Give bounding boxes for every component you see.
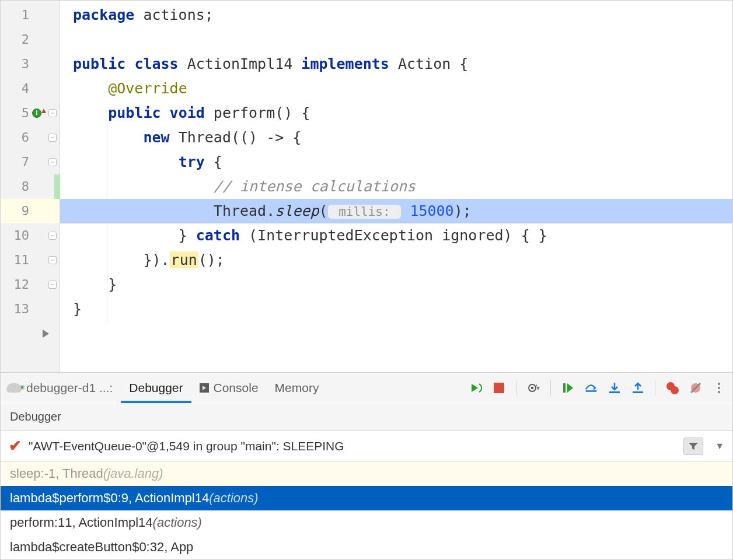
gutter-line: 2: [1, 27, 60, 52]
fold-handle-icon[interactable]: [48, 109, 57, 117]
gutter-line: 10: [1, 223, 60, 248]
step-into-icon[interactable]: [608, 382, 621, 394]
line-number: 9: [22, 199, 29, 223]
code-line[interactable]: public class ActionImpl14 implements Act…: [60, 52, 732, 76]
code-line[interactable]: [60, 27, 732, 52]
fold-handle-icon[interactable]: [48, 134, 57, 142]
fold-handle-icon[interactable]: [48, 281, 57, 289]
debug-panel: debugger-d1 ...: Debugger Console Memory: [1, 372, 732, 559]
gutter-line: 9: [1, 199, 60, 223]
gutter-line: 12: [1, 272, 60, 297]
override-gutter-icon[interactable]: I: [32, 108, 41, 118]
execution-line[interactable]: Thread.sleep( millis: 15000);: [60, 199, 732, 223]
mute-breakpoints-icon[interactable]: [689, 382, 702, 394]
tab-memory[interactable]: Memory: [267, 373, 327, 403]
gutter-line: [1, 321, 60, 346]
show-execution-point-icon[interactable]: ▾: [527, 382, 540, 394]
play-gutter-icon[interactable]: [43, 330, 49, 338]
gutter-line: 6: [1, 125, 60, 150]
svg-rect-6: [633, 391, 643, 393]
svg-rect-5: [609, 391, 620, 393]
tab-console[interactable]: Console: [191, 373, 267, 403]
code-line[interactable]: @Override: [60, 76, 732, 101]
thread-status-text: "AWT-EventQueue-0"@1,549 in group "main"…: [29, 439, 344, 453]
fold-handle-icon[interactable]: [48, 158, 57, 166]
line-number: 12: [14, 272, 30, 297]
tab-debugger[interactable]: Debugger: [121, 373, 191, 403]
line-number: 2: [22, 27, 29, 52]
line-number: 5: [22, 101, 29, 125]
debug-action-toolbar: ▾: [469, 380, 725, 396]
gutter-line[interactable]: 5 I: [1, 101, 60, 125]
view-breakpoints-icon[interactable]: [666, 382, 679, 394]
resume-icon[interactable]: [561, 382, 574, 394]
code-line[interactable]: try {: [60, 150, 732, 174]
line-number: 10: [14, 223, 30, 248]
gutter-line: 4: [1, 76, 60, 101]
filter-icon[interactable]: [683, 438, 703, 455]
line-number: 13: [14, 297, 30, 321]
debug-toolbar: debugger-d1 ...: Debugger Console Memory: [1, 373, 732, 403]
step-out-icon[interactable]: [631, 382, 644, 394]
stack-frame[interactable]: sleep:-1, Thread (java.lang): [1, 461, 732, 486]
line-number: 11: [14, 248, 30, 272]
ide-window: 1 2 3 4 5 I: [0, 0, 733, 560]
code-line[interactable]: } catch (InterruptedException ignored) {…: [60, 223, 732, 248]
code-line[interactable]: package actions;: [60, 3, 732, 27]
code-area[interactable]: package actions; public class ActionImpl…: [60, 1, 732, 372]
code-line[interactable]: // intense calculations: [60, 174, 732, 199]
fold-handle-icon[interactable]: [48, 232, 57, 240]
parameter-hint: millis:: [328, 205, 402, 219]
console-icon: [200, 383, 209, 393]
stack-frame[interactable]: perform:11, ActionImpl14 (actions): [1, 510, 732, 535]
gutter-line: 11: [1, 248, 60, 272]
warning-highlight: run: [170, 251, 198, 268]
gutter-line: 13: [1, 297, 60, 321]
line-number: 4: [22, 76, 29, 101]
step-over-icon[interactable]: [585, 382, 598, 394]
stop-icon[interactable]: [493, 382, 505, 394]
gutter-line: 1: [1, 3, 60, 27]
stack-frame[interactable]: lambda$perform$0:9, ActionImpl14 (action…: [1, 486, 732, 510]
svg-point-2: [531, 386, 534, 389]
more-icon[interactable]: [713, 382, 725, 394]
svg-rect-3: [563, 383, 566, 393]
stack-frame[interactable]: lambda$createButton$0:32, App: [1, 535, 732, 559]
code-line[interactable]: [60, 321, 732, 346]
debugger-subheader: Debugger: [1, 403, 732, 431]
code-line[interactable]: new Thread(() -> {: [60, 125, 732, 150]
gutter-line: 3: [1, 52, 60, 76]
debug-tabs: Debugger Console Memory: [121, 373, 327, 403]
gutter-line: 8: [1, 174, 60, 199]
thread-selector[interactable]: ✔ "AWT-EventQueue-0"@1,549 in group "mai…: [1, 431, 732, 461]
line-number: 8: [22, 174, 29, 199]
turtle-icon: [6, 383, 22, 393]
gutter-line: 7: [1, 150, 60, 174]
line-number: 1: [22, 3, 29, 27]
rerun-icon[interactable]: [469, 382, 482, 394]
code-line[interactable]: public void perform() {: [60, 101, 732, 125]
thread-status-icon: ✔: [9, 437, 22, 455]
chevron-down-icon[interactable]: ▼: [715, 441, 724, 452]
svg-rect-0: [494, 383, 504, 393]
run-config-label[interactable]: debugger-d1 ...:: [6, 381, 113, 395]
svg-point-8: [671, 386, 679, 394]
line-number: 7: [22, 150, 29, 174]
line-number: 3: [22, 52, 29, 76]
code-editor[interactable]: 1 2 3 4 5 I: [1, 1, 732, 372]
svg-rect-4: [586, 390, 597, 392]
fold-handle-icon[interactable]: [48, 256, 57, 264]
code-line[interactable]: }: [60, 272, 732, 297]
gutter: 1 2 3 4 5 I: [1, 1, 60, 372]
line-number: 6: [22, 125, 29, 150]
code-line[interactable]: }: [60, 297, 732, 321]
frames-list: sleep:-1, Thread (java.lang) lambda$perf…: [1, 461, 732, 559]
code-line[interactable]: }).run();: [60, 248, 732, 272]
